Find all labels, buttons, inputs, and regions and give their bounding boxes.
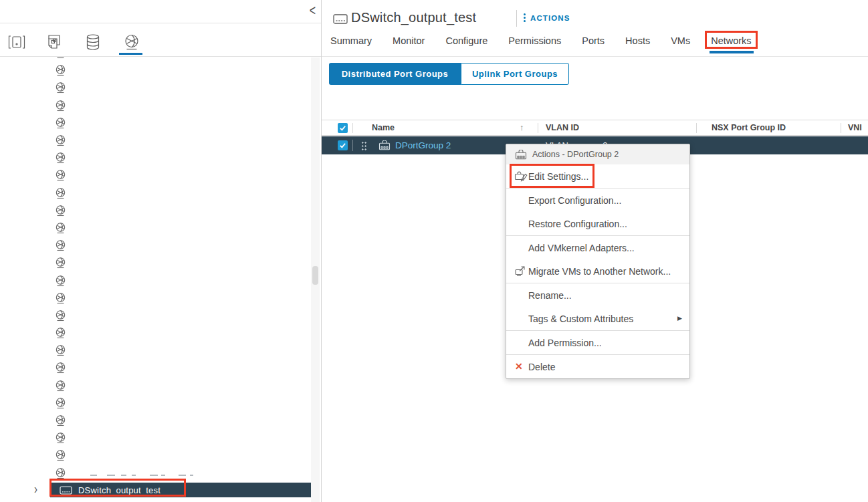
tab-networking[interactable] [119,29,144,55]
column-divider [352,140,353,151]
column-divider [538,123,538,133]
tab-configure[interactable]: Configure [445,35,487,46]
network-inventory-tree [0,44,308,482]
edit-settings-icon [514,170,528,184]
menu-item-label: Migrate VMs to Another Network... [528,266,671,277]
network-globe-icon [55,309,66,322]
menu-item-delete[interactable]: ✕ Delete [506,355,689,378]
tab-summary[interactable]: Summary [330,35,372,46]
tree-item-network[interactable] [0,342,308,359]
context-menu-title: Actions - DPortGroup 2 [532,150,619,159]
network-globe-icon [55,414,66,426]
tree-item-network[interactable] [0,184,308,202]
inventory-tab-strip [0,24,321,57]
tree-item-network[interactable] [0,307,308,324]
tree-item-network[interactable] [0,149,308,166]
menu-item-tags-custom-attributes[interactable]: Tags & Custom Attributes ▶ [506,307,689,330]
tree-item-network[interactable] [0,61,308,79]
sidebar-scrollbar[interactable] [311,57,320,502]
row-checkbox[interactable] [338,140,348,150]
sidebar-item-label: DSwitch_output_test [78,485,160,495]
title-actions-divider [516,10,517,27]
tree-item-network[interactable] [0,359,308,376]
dswitch-icon [60,486,72,495]
network-globe-icon [55,82,66,94]
uplink-port-groups-button[interactable]: Uplink Port Groups [461,63,569,85]
network-globe-icon [55,100,66,112]
actions-button[interactable]: ACTIONS [524,13,570,22]
network-globe-icon [55,432,66,444]
tree-item-network[interactable] [0,465,308,482]
tab-bar-divider [322,56,868,57]
main-panel: DSwitch_output_test ACTIONS Summary Moni… [322,0,868,502]
tree-item-network[interactable] [0,202,308,219]
menu-item-label: Rename... [528,290,572,301]
tab-hosts[interactable]: Hosts [625,35,650,46]
tab-hosts-and-clusters[interactable] [4,29,29,55]
distributed-port-groups-button[interactable]: Distributed Port Groups [329,63,461,85]
menu-item-label: Export Configuration... [528,195,621,206]
tree-item-network[interactable] [0,394,308,412]
menu-item-add-vmkernel-adapters[interactable]: Add VMkernel Adapters... [506,236,689,259]
column-divider [841,123,841,133]
tree-item-network[interactable] [0,166,308,184]
tree-item-network[interactable] [0,219,308,237]
network-globe-icon [55,134,66,146]
actions-label: ACTIONS [530,14,570,22]
column-divider [352,123,353,133]
menu-item-add-permission[interactable]: Add Permission... [506,331,689,354]
vms-and-templates-icon [45,33,63,51]
tree-item-network[interactable] [0,237,308,254]
sort-ascending-icon[interactable]: ↑ [520,122,524,132]
sidebar-item-dswitch[interactable]: DSwitch_output_test [50,483,311,497]
sidebar-scrollbar-thumb[interactable] [312,266,318,285]
menu-item-rename[interactable]: Rename... [506,283,689,307]
column-header-name[interactable]: Name [372,123,395,132]
menu-item-export-configuration[interactable]: Export Configuration... [506,189,689,212]
tree-item-network[interactable] [0,412,308,429]
tree-item-network[interactable] [0,254,308,271]
tree-item-network[interactable] [0,429,308,447]
tree-item-network[interactable] [0,271,308,289]
network-globe-icon [55,449,66,461]
tab-storage[interactable] [80,29,106,55]
tab-permissions[interactable]: Permissions [508,35,561,46]
column-header-vni[interactable]: VNI [848,123,862,132]
network-globe-icon [55,152,66,164]
column-header-vlan-id[interactable]: VLAN ID [546,123,579,132]
column-header-nsx-port-group-id[interactable]: NSX Port Group ID [712,123,786,132]
network-globe-icon [55,344,66,356]
collapse-panel-icon[interactable]: < [310,2,316,19]
tab-vms-and-templates[interactable] [41,29,67,55]
tab-networks[interactable]: Networks [711,35,751,46]
active-tab-underline [710,51,753,53]
migrate-vms-icon [514,265,526,278]
tree-item-network[interactable] [0,79,308,96]
tab-ports[interactable]: Ports [582,35,605,46]
menu-item-restore-configuration[interactable]: Restore Configuration... [506,212,689,235]
tree-item-network[interactable] [0,114,308,132]
tab-networks-label: Networks [711,35,751,46]
tab-vms[interactable]: VMs [671,35,690,46]
tree-item-network[interactable] [0,97,308,114]
row-drag-handle[interactable] [361,141,366,150]
tree-item-network[interactable] [0,447,308,464]
tree-item-network[interactable] [0,377,308,394]
network-globe-icon [55,327,66,339]
tree-item-network[interactable] [0,324,308,342]
menu-item-migrate-vms[interactable]: Migrate VMs to Another Network... [506,259,689,283]
active-inventory-tab-underline [119,53,142,55]
tab-monitor[interactable]: Monitor [393,35,425,46]
table-header: Name ↑ VLAN ID NSX Port Group ID VNI [322,120,868,136]
select-all-checkbox[interactable] [338,123,348,133]
menu-item-label: Delete [528,362,555,372]
menu-item-label: Tags & Custom Attributes [528,313,633,324]
tree-item-network[interactable] [0,132,308,149]
object-tab-bar: Summary Monitor Configure Permissions Po… [330,35,752,46]
column-divider [696,123,697,133]
expand-node-icon[interactable]: › [34,481,37,495]
menu-item-edit-settings[interactable]: Edit Settings... [506,164,689,188]
inventory-sidebar: < [0,0,322,502]
port-group-link[interactable]: DPortGroup 2 [395,140,451,150]
tree-item-network[interactable] [0,289,308,307]
